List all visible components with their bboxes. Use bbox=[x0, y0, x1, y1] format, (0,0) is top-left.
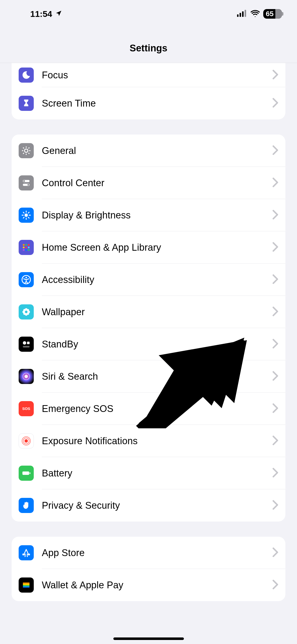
row-control-center[interactable]: Control Center bbox=[12, 167, 285, 199]
svg-rect-2 bbox=[242, 11, 244, 17]
svg-line-10 bbox=[28, 153, 29, 154]
row-label: Battery bbox=[42, 468, 272, 479]
exposure-icon bbox=[19, 433, 34, 448]
svg-rect-60 bbox=[23, 586, 30, 588]
chevron-right-icon bbox=[272, 274, 278, 285]
row-label: Wallpaper bbox=[42, 307, 272, 317]
row-privacy-security[interactable]: Privacy & Security bbox=[12, 489, 285, 522]
row-focus[interactable]: Focus bbox=[12, 63, 285, 87]
svg-rect-33 bbox=[25, 249, 27, 251]
gear-icon bbox=[19, 143, 34, 158]
row-wallpaper[interactable]: Wallpaper bbox=[12, 296, 285, 328]
chevron-right-icon bbox=[272, 145, 278, 156]
row-accessibility[interactable]: Accessibility bbox=[12, 264, 285, 296]
svg-line-9 bbox=[23, 148, 24, 149]
location-icon bbox=[55, 9, 62, 19]
svg-point-41 bbox=[23, 309, 26, 311]
svg-rect-27 bbox=[25, 244, 27, 246]
svg-line-12 bbox=[28, 148, 29, 149]
hourglass-icon bbox=[19, 96, 34, 111]
chevron-right-icon bbox=[272, 547, 278, 558]
row-emergency-sos[interactable]: SOS Emergency SOS bbox=[12, 393, 285, 425]
app-store-icon bbox=[19, 545, 34, 560]
svg-line-22 bbox=[23, 212, 24, 213]
row-label: Privacy & Security bbox=[42, 500, 272, 511]
svg-point-17 bbox=[24, 213, 28, 217]
flower-icon bbox=[19, 304, 34, 319]
svg-point-52 bbox=[24, 439, 28, 442]
row-label: Focus bbox=[42, 70, 272, 81]
row-siri-search[interactable]: Siri & Search bbox=[12, 360, 285, 393]
svg-point-4 bbox=[24, 149, 28, 152]
svg-rect-3 bbox=[245, 10, 246, 17]
row-general[interactable]: General bbox=[12, 135, 285, 167]
chevron-right-icon bbox=[272, 70, 278, 81]
row-label: General bbox=[42, 145, 272, 156]
settings-group-store: App Store Wallet & Apple Pay bbox=[12, 537, 285, 601]
settings-scroll[interactable]: Focus Screen Time General bbox=[0, 63, 297, 601]
status-bar: 11:54 65 bbox=[0, 0, 297, 28]
battery-full-icon bbox=[19, 466, 34, 481]
row-label: Siri & Search bbox=[42, 371, 272, 382]
home-indicator bbox=[113, 637, 184, 640]
svg-rect-48 bbox=[23, 346, 30, 348]
row-wallet-apple-pay[interactable]: Wallet & Apple Pay bbox=[12, 569, 285, 601]
svg-rect-31 bbox=[28, 247, 30, 248]
hand-icon bbox=[19, 498, 34, 513]
svg-rect-26 bbox=[23, 244, 25, 246]
settings-group-focus: Focus Screen Time bbox=[12, 63, 285, 119]
battery-level: 65 bbox=[266, 10, 274, 18]
svg-point-14 bbox=[23, 180, 25, 182]
svg-point-50 bbox=[24, 375, 28, 378]
row-label: Display & Brightness bbox=[42, 210, 272, 221]
row-label: StandBy bbox=[42, 339, 272, 350]
svg-rect-29 bbox=[23, 247, 25, 248]
svg-line-23 bbox=[28, 217, 29, 218]
chevron-right-icon bbox=[272, 500, 278, 511]
row-standby[interactable]: StandBy bbox=[12, 328, 285, 360]
row-label: Control Center bbox=[42, 178, 272, 188]
svg-point-42 bbox=[27, 309, 29, 311]
svg-point-46 bbox=[23, 341, 26, 344]
row-battery[interactable]: Battery bbox=[12, 457, 285, 489]
chevron-right-icon bbox=[272, 468, 278, 479]
status-left: 11:54 bbox=[30, 9, 62, 19]
moon-icon bbox=[19, 68, 34, 83]
row-app-store[interactable]: App Store bbox=[12, 537, 285, 569]
svg-rect-57 bbox=[23, 583, 30, 584]
svg-point-44 bbox=[27, 312, 29, 315]
svg-text:SOS: SOS bbox=[22, 406, 30, 411]
svg-point-16 bbox=[27, 184, 29, 186]
svg-point-43 bbox=[23, 312, 26, 315]
cellular-icon bbox=[237, 9, 247, 19]
toggles-icon bbox=[19, 175, 34, 190]
chevron-right-icon bbox=[272, 242, 278, 253]
svg-rect-28 bbox=[28, 244, 30, 246]
row-home-screen[interactable]: Home Screen & App Library bbox=[12, 231, 285, 264]
row-exposure-notifications[interactable]: Exposure Notifications bbox=[12, 425, 285, 457]
row-label: Wallet & Apple Pay bbox=[42, 580, 272, 591]
svg-point-36 bbox=[25, 277, 27, 278]
svg-line-24 bbox=[23, 217, 24, 218]
svg-point-45 bbox=[25, 311, 27, 313]
row-label: Accessibility bbox=[42, 274, 272, 285]
row-display-brightness[interactable]: Display & Brightness bbox=[12, 199, 285, 231]
chevron-right-icon bbox=[272, 339, 278, 350]
status-right: 65 bbox=[237, 9, 282, 19]
chevron-right-icon bbox=[272, 210, 278, 221]
chevron-right-icon bbox=[272, 435, 278, 446]
page-title: Settings bbox=[0, 28, 297, 63]
svg-rect-30 bbox=[25, 247, 27, 248]
chevron-right-icon bbox=[272, 403, 278, 414]
svg-rect-56 bbox=[29, 472, 30, 474]
row-label: App Store bbox=[42, 548, 272, 558]
svg-rect-59 bbox=[23, 585, 30, 586]
wifi-icon bbox=[251, 9, 260, 19]
svg-rect-34 bbox=[28, 249, 30, 251]
row-label: Exposure Notifications bbox=[42, 436, 272, 446]
sos-icon: SOS bbox=[19, 401, 34, 416]
row-label: Home Screen & App Library bbox=[42, 242, 272, 253]
standby-icon bbox=[19, 337, 34, 352]
row-label: Emergency SOS bbox=[42, 403, 272, 414]
row-screen-time[interactable]: Screen Time bbox=[12, 87, 285, 119]
